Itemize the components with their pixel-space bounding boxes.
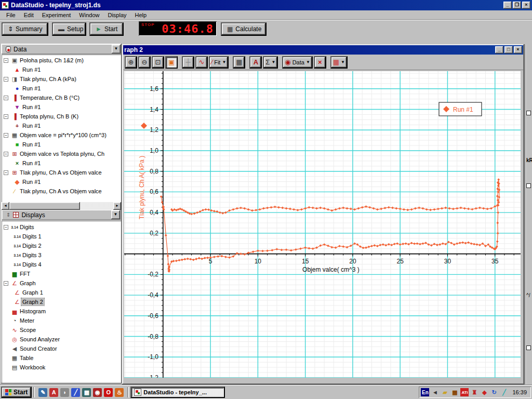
- displays-tree-item-sound-creator[interactable]: ◀Sound Creator: [2, 344, 121, 353]
- menu-experiment[interactable]: Experiment: [38, 11, 75, 19]
- calculate-button[interactable]: ▦ Calculate: [221, 22, 267, 36]
- text-annotation-button[interactable]: A: [249, 56, 262, 69]
- data-tree-item[interactable]: −▦Objem valce = pi*r*r*y*100 (cm^3): [2, 130, 121, 140]
- displays-tree-item-meter[interactable]: ◔Meter: [2, 316, 121, 325]
- displays-tree-item-sound-analyzer[interactable]: ◎Sound Analyzer: [2, 335, 121, 344]
- tree-expand-toggle[interactable]: −: [4, 225, 8, 230]
- menu-edit[interactable]: Edit: [20, 11, 38, 19]
- scroll-left-arrow[interactable]: ◄: [2, 202, 9, 210]
- run-item[interactable]: +Run #1: [2, 121, 121, 130]
- quicklaunch-flame-icon[interactable]: ♨: [115, 388, 124, 397]
- zoom-select-button[interactable]: ⊡: [152, 56, 164, 69]
- run-item[interactable]: ●Run #1: [2, 84, 121, 93]
- scroll-right-arrow[interactable]: ►: [113, 202, 121, 210]
- run-item[interactable]: ▲Run #1: [2, 65, 121, 74]
- tray-ati-icon[interactable]: ATi: [460, 388, 469, 396]
- chart-plot-area[interactable]: 1,61,41,21,00,80,60,40,2-0,2-0,4-0,6-0,8…: [124, 71, 521, 378]
- data-dropdown[interactable]: ◉Data▼: [282, 56, 313, 69]
- data-tree-item[interactable]: −⊞Objem valce vs Teplota plynu, Ch: [2, 149, 121, 158]
- displays-tree-item-graph-2[interactable]: ∠Graph 2: [2, 297, 121, 307]
- menu-window[interactable]: Window: [75, 11, 103, 19]
- menu-display[interactable]: Display: [103, 11, 130, 19]
- displays-panel-header[interactable]: ⇕ Displays ▼: [2, 210, 121, 220]
- menu-help[interactable]: Help: [131, 11, 151, 19]
- splitter-icon[interactable]: ⇕: [6, 212, 10, 218]
- displays-tree-item-digits[interactable]: −3.14Digits: [2, 222, 121, 232]
- tree-expand-toggle[interactable]: −: [4, 96, 8, 100]
- run-item[interactable]: ◆Run #1: [2, 177, 121, 187]
- data-panel-header[interactable]: Data ▼: [2, 44, 121, 54]
- zoom-out-button[interactable]: ⊖: [138, 56, 151, 69]
- graph-close-button[interactable]: ×: [514, 46, 522, 54]
- displays-tree-item-graph-1[interactable]: ∠Graph 1: [2, 288, 121, 297]
- delete-button[interactable]: ×: [314, 56, 326, 69]
- quicklaunch-gray-icon[interactable]: ◗: [60, 388, 69, 397]
- quicklaunch-opera-icon[interactable]: O: [104, 388, 113, 397]
- tree-expand-toggle[interactable]: −: [4, 152, 8, 156]
- displays-tree-item-digits-3[interactable]: 3.14Digits 3: [2, 250, 121, 260]
- data-tree-item[interactable]: ∕Tlak plynu, Ch A vs Objem valce: [2, 187, 121, 196]
- quicklaunch-calculator-icon[interactable]: ▦: [82, 388, 91, 397]
- tree-expand-toggle[interactable]: −: [4, 114, 8, 119]
- setup-button[interactable]: ▬ Setup: [52, 22, 86, 36]
- tree-expand-toggle[interactable]: −: [4, 281, 8, 286]
- calculator-button[interactable]: ▦: [233, 56, 245, 69]
- displays-header-dropdown[interactable]: ▼: [111, 210, 120, 219]
- volume-icon[interactable]: ◄: [431, 388, 439, 396]
- graph-maximize-button[interactable]: □: [504, 46, 513, 54]
- display-label: Sound Analyzer: [19, 336, 61, 343]
- displays-tree-item-graph[interactable]: −∠Graph: [2, 278, 121, 288]
- displays-tree-item-digits-2[interactable]: 3.14Digits 2: [2, 241, 121, 250]
- zoom-in-button[interactable]: ⊕: [125, 56, 137, 69]
- restore-button[interactable]: ❐: [513, 2, 521, 9]
- data-tree-item[interactable]: −▣Poloha pistu, Ch 1&2 (m): [2, 56, 121, 65]
- data-tree-item[interactable]: −⊞Tlak plynu, Ch A vs Objem valce: [2, 168, 121, 177]
- quicklaunch-pen-icon[interactable]: ╱: [71, 388, 80, 397]
- data-tree-hscrollbar[interactable]: ◄ ►: [2, 202, 121, 210]
- tree-expand-toggle[interactable]: −: [4, 58, 8, 63]
- graph-minimize-button[interactable]: _: [495, 46, 503, 54]
- displays-tree-item-histogram[interactable]: ▅Histogram: [2, 307, 121, 316]
- tree-expand-toggle[interactable]: −: [4, 77, 8, 82]
- tray-sync-icon[interactable]: ↻: [490, 388, 498, 396]
- graph-titlebar[interactable]: raph 2 _ □ ×: [123, 45, 523, 55]
- minimize-button[interactable]: _: [503, 2, 512, 9]
- datastudio-task-button[interactable]: DataStudio - tepelny_...: [130, 387, 225, 398]
- tray-line-icon[interactable]: ╱: [500, 388, 508, 396]
- slope-tool-button[interactable]: ∿: [195, 56, 208, 69]
- tray-diamond-icon[interactable]: ◆: [480, 388, 488, 396]
- run-item[interactable]: ×Run #1: [2, 158, 121, 168]
- quicklaunch-notes-icon[interactable]: ✎: [38, 388, 47, 397]
- displays-tree-item-table[interactable]: ▦Table: [2, 353, 121, 363]
- displays-tree-item-workbook[interactable]: ▤Workbook: [2, 363, 121, 372]
- graph-settings-dropdown[interactable]: ▦▼: [330, 56, 348, 69]
- smart-tool-button[interactable]: ┼: [182, 56, 194, 69]
- displays-tree-item-scope[interactable]: ∿Scope: [2, 325, 121, 335]
- language-indicator[interactable]: En: [421, 388, 429, 396]
- tree-expand-toggle[interactable]: −: [4, 133, 8, 138]
- run-item[interactable]: ▼Run #1: [2, 102, 121, 112]
- quicklaunch-acrobat-icon[interactable]: A: [49, 388, 58, 397]
- lock-axes-button[interactable]: ▣: [165, 56, 178, 69]
- start-button[interactable]: ► Start: [89, 22, 124, 36]
- data-tree-item[interactable]: −▐Temperature, Ch B (°C): [2, 93, 121, 102]
- quicklaunch-red-icon[interactable]: ◉: [93, 388, 102, 397]
- start-menu-button[interactable]: Start: [1, 387, 32, 398]
- displays-tree-item-digits-4[interactable]: 3.14Digits 4: [2, 260, 121, 269]
- menu-file[interactable]: File: [2, 11, 20, 19]
- close-button[interactable]: ×: [522, 2, 530, 9]
- data-header-dropdown[interactable]: ▼: [112, 45, 121, 54]
- scrollbar-thumb[interactable]: [9, 202, 80, 210]
- run-item[interactable]: ■Run #1: [2, 140, 121, 149]
- displays-tree-item-digits-1[interactable]: 3.14Digits 1: [2, 232, 121, 241]
- displays-tree-item-fft[interactable]: ▆FFT: [2, 269, 121, 278]
- data-tree-item[interactable]: −◨Tlak plynu, Ch A (kPa): [2, 74, 121, 84]
- tray-figure-icon[interactable]: ♜: [470, 388, 478, 396]
- fit-dropdown[interactable]: ∕Fit▼: [209, 56, 229, 69]
- data-tree-item[interactable]: −▐Teplota plynu, Ch B (K): [2, 112, 121, 121]
- tree-expand-toggle[interactable]: −: [4, 170, 8, 175]
- tray-scheduler-icon[interactable]: ▦: [450, 388, 459, 396]
- summary-button[interactable]: ⇕ Summary: [2, 22, 48, 36]
- statistics-dropdown[interactable]: Σ▼: [263, 56, 278, 69]
- tray-brush-icon[interactable]: ▰: [441, 388, 449, 396]
